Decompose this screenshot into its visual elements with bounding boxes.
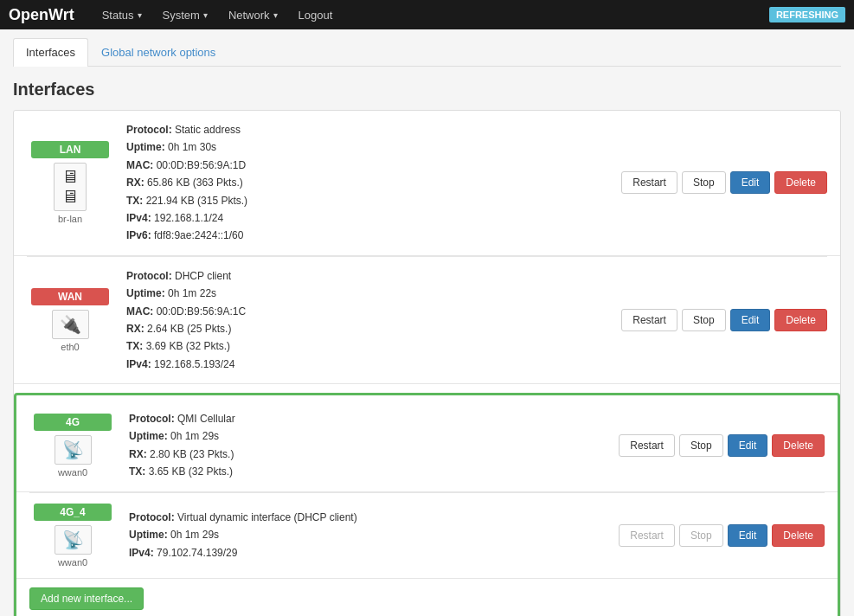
tabs-bar: Interfaces Global network options — [13, 38, 841, 67]
interface-row-wan: WAN 🔌 eth0 Protocol: DHCP client Uptime:… — [14, 257, 840, 384]
interface-row-4g: 4G 📡 wwan0 Protocol: QMI Cellular Uptime… — [16, 400, 838, 492]
iface-icon-4g4: 📡 — [55, 525, 92, 555]
network-caret-icon: ▾ — [273, 10, 278, 20]
iface-name-4g4: 4G_4 — [34, 504, 112, 521]
restart-button-4g[interactable]: Restart — [619, 434, 675, 457]
stop-button-wan[interactable]: Stop — [682, 309, 726, 331]
iface-icon-wan: 🔌 — [52, 310, 89, 339]
iface-dev-4g: wwan0 — [58, 467, 87, 478]
interface-row-4g4: 4G_4 📡 wwan0 Protocol: Virtual dynamic i… — [16, 493, 838, 579]
add-interface-area: Add new interface... — [16, 579, 838, 616]
main-content: Interfaces Global network options Interf… — [0, 29, 854, 616]
iface-dev-wan: eth0 — [61, 342, 79, 352]
restart-button-4g4: Restart — [619, 524, 675, 547]
iface-name-4g: 4G — [34, 414, 112, 431]
nav-network[interactable]: Network ▾ — [218, 2, 288, 29]
app-brand: OpenWrt — [9, 6, 74, 24]
edit-button-4g4[interactable]: Edit — [728, 524, 768, 547]
iface-name-wan: WAN — [31, 288, 109, 305]
nav-system[interactable]: System ▾ — [152, 2, 218, 29]
iface-dev-lan: br-lan — [58, 214, 82, 224]
interfaces-container: LAN 🖥🖥 br-lan Protocol: Static address U… — [13, 110, 841, 616]
stop-button-4g4: Stop — [679, 524, 723, 547]
delete-button-lan[interactable]: Delete — [774, 171, 827, 194]
nav-status[interactable]: Status ▾ — [92, 2, 152, 29]
iface-badge-4g: 4G 📡 wwan0 — [29, 414, 116, 478]
page-title: Interfaces — [13, 80, 841, 99]
status-caret-icon: ▾ — [138, 10, 142, 20]
delete-button-4g4[interactable]: Delete — [772, 524, 825, 547]
iface-dev-4g4: wwan0 — [58, 557, 87, 568]
tab-global-network-options[interactable]: Global network options — [88, 38, 228, 66]
nav-menu: Status ▾ System ▾ Network ▾ Logout — [92, 2, 344, 29]
iface-icon-lan: 🖥🖥 — [54, 163, 87, 211]
iface-badge-lan: LAN 🖥🖥 br-lan — [27, 141, 113, 224]
restart-button-lan[interactable]: Restart — [621, 171, 677, 194]
navbar: OpenWrt Status ▾ System ▾ Network ▾ Logo… — [0, 0, 854, 29]
iface-info-4g4: Protocol: Virtual dynamic interface (DHC… — [129, 509, 606, 561]
interface-row-lan: LAN 🖥🖥 br-lan Protocol: Static address U… — [14, 111, 840, 256]
delete-button-wan[interactable]: Delete — [774, 309, 827, 331]
iface-info-4g: Protocol: QMI Cellular Uptime: 0h 1m 29s… — [129, 410, 606, 481]
refreshing-badge: REFRESHING — [769, 7, 845, 22]
iface-actions-wan: Restart Stop Edit Delete — [621, 309, 827, 331]
iface-info-wan: Protocol: DHCP client Uptime: 0h 1m 22s … — [126, 267, 608, 373]
iface-actions-4g: Restart Stop Edit Delete — [619, 434, 825, 457]
nav-logout[interactable]: Logout — [288, 2, 344, 29]
tab-interfaces[interactable]: Interfaces — [13, 38, 88, 67]
add-interface-button[interactable]: Add new interface... — [29, 587, 144, 610]
edit-button-lan[interactable]: Edit — [730, 171, 771, 194]
restart-button-wan[interactable]: Restart — [621, 309, 677, 331]
edit-button-4g[interactable]: Edit — [728, 434, 768, 457]
stop-button-lan[interactable]: Stop — [682, 171, 726, 194]
green-section: 4G 📡 wwan0 Protocol: QMI Cellular Uptime… — [14, 393, 840, 616]
system-caret-icon: ▾ — [203, 10, 208, 20]
iface-actions-4g4: Restart Stop Edit Delete — [619, 524, 825, 547]
iface-badge-wan: WAN 🔌 eth0 — [27, 288, 113, 352]
iface-badge-4g4: 4G_4 📡 wwan0 — [29, 504, 116, 568]
iface-info-lan: Protocol: Static address Uptime: 0h 1m 3… — [126, 121, 608, 245]
edit-button-wan[interactable]: Edit — [730, 309, 771, 331]
iface-name-lan: LAN — [31, 141, 109, 158]
delete-button-4g[interactable]: Delete — [772, 434, 825, 457]
iface-actions-lan: Restart Stop Edit Delete — [621, 171, 827, 194]
stop-button-4g[interactable]: Stop — [679, 434, 723, 457]
iface-icon-4g: 📡 — [55, 435, 92, 465]
